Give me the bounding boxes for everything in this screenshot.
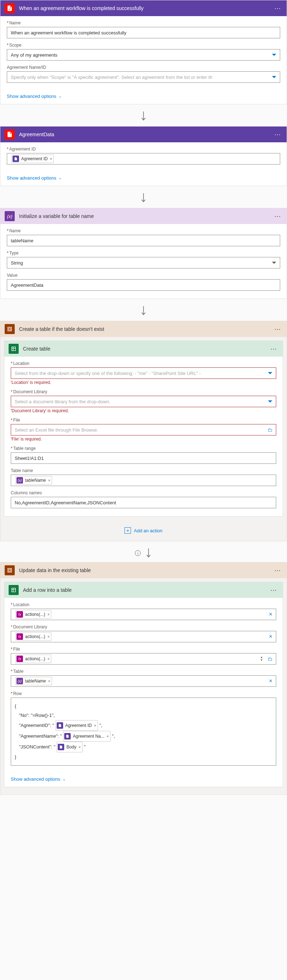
remove-token-icon[interactable]: × bbox=[47, 612, 49, 617]
body-token[interactable]: Body × bbox=[57, 741, 83, 752]
remove-token-icon[interactable]: × bbox=[47, 657, 49, 661]
adobe-token-icon bbox=[64, 733, 71, 740]
remove-token-icon[interactable]: × bbox=[50, 157, 52, 161]
advanced-options-link[interactable]: Show advanced options⌄ bbox=[0, 172, 287, 186]
variable-icon: {x} bbox=[5, 211, 15, 221]
agreement-label: Agreement Name/ID bbox=[7, 65, 280, 70]
initvar-header[interactable]: {x} Initialize a variable for table name… bbox=[0, 208, 287, 224]
row-input[interactable]: { "No": "=Row()-1", "AgreementID": " Agr… bbox=[11, 698, 276, 766]
createscope-body: Create table ··· Location Select from th… bbox=[0, 337, 287, 541]
menu-icon[interactable]: ··· bbox=[273, 326, 282, 333]
file-error: 'File' is required. bbox=[11, 437, 276, 442]
varvalue-input[interactable]: AgreementData bbox=[7, 279, 280, 291]
initvar-card: {x} Initialize a variable for table name… bbox=[0, 208, 287, 299]
createscope-title: Create a table if the table doesn't exis… bbox=[19, 326, 273, 332]
name-input[interactable]: When an agreement workflow is completed … bbox=[7, 27, 280, 38]
columns-input[interactable]: No,AgreementID,AgreementName,JSONContent bbox=[11, 497, 276, 508]
chevron-down-icon: ⌄ bbox=[62, 777, 65, 781]
menu-icon[interactable]: ··· bbox=[273, 213, 282, 220]
tablename-token[interactable]: {x} tableName × bbox=[16, 677, 52, 686]
agreementid-token[interactable]: Agreement ID × bbox=[56, 720, 98, 731]
menu-icon[interactable]: ··· bbox=[273, 567, 282, 574]
doclib-input[interactable]: fx actions(...) × × bbox=[11, 631, 276, 642]
menu-icon[interactable]: ··· bbox=[269, 586, 278, 594]
adobe-token-icon bbox=[13, 156, 19, 162]
createtable-header[interactable]: Create table ··· bbox=[4, 341, 283, 356]
chevron-down-icon: ⌄ bbox=[59, 176, 62, 180]
connector-arrow bbox=[0, 302, 287, 321]
connector-arrow bbox=[0, 107, 287, 126]
svg-rect-6 bbox=[8, 568, 12, 573]
location-label: Location bbox=[11, 361, 276, 366]
remove-token-icon[interactable]: × bbox=[78, 743, 81, 751]
fx-token[interactable]: fx actions(...) × bbox=[16, 654, 51, 663]
addrow-card: Add a row into a table ··· Location fx a… bbox=[4, 582, 283, 787]
row-label: Row bbox=[11, 691, 276, 696]
add-action-icon bbox=[124, 527, 131, 534]
remove-token-icon[interactable]: × bbox=[47, 635, 49, 639]
addrow-title: Add a row into a table bbox=[23, 587, 269, 593]
menu-icon[interactable]: ··· bbox=[273, 5, 282, 12]
createscope-card: Create a table if the table doesn't exis… bbox=[0, 321, 287, 541]
clear-icon[interactable]: × bbox=[269, 633, 272, 640]
tablename-input[interactable]: {x} tableName × bbox=[11, 474, 276, 486]
remove-token-icon[interactable]: × bbox=[94, 722, 96, 729]
agreementdata-card: AgreementData ··· Agreement ID Agreement… bbox=[0, 126, 287, 186]
file-label: File bbox=[11, 418, 276, 423]
createscope-header[interactable]: Create a table if the table doesn't exis… bbox=[0, 321, 287, 337]
agreementname-token[interactable]: Agreement Na... × bbox=[63, 731, 110, 741]
fx-icon: fx bbox=[16, 633, 23, 640]
location-input[interactable]: fx actions(...) × × bbox=[11, 609, 276, 620]
menu-icon[interactable]: ··· bbox=[273, 131, 282, 138]
clear-icon[interactable]: × bbox=[269, 678, 272, 684]
fx-token[interactable]: fx actions(...) × bbox=[16, 610, 51, 619]
updatescope-header[interactable]: Update data in the existing table ··· bbox=[0, 562, 287, 578]
updatescope-card: Update data in the existing table ··· Ad… bbox=[0, 562, 287, 795]
agreementid-token[interactable]: Agreement ID × bbox=[11, 154, 54, 163]
updatescope-body: Add a row into a table ··· Location fx a… bbox=[0, 578, 287, 794]
doclib-select[interactable]: Select a document library from the drop-… bbox=[11, 396, 276, 407]
chevron-down-icon: ⌄ bbox=[59, 94, 62, 99]
location-error: 'Location' is required. bbox=[11, 380, 276, 385]
excel-icon bbox=[9, 344, 19, 354]
folder-browse-icon[interactable]: 🗀 bbox=[268, 427, 272, 433]
agreementid-input[interactable]: Agreement ID × bbox=[7, 153, 280, 164]
varname-input[interactable]: tableName bbox=[7, 235, 280, 246]
scope-select[interactable]: Any of my agreements bbox=[7, 49, 280, 60]
doclib-label: Document Library bbox=[11, 389, 276, 394]
table-input[interactable]: {x} tableName × × bbox=[11, 675, 276, 687]
clear-icon[interactable]: × bbox=[269, 611, 272, 617]
fx-token[interactable]: fx actions(...) × bbox=[16, 632, 51, 641]
advanced-options-link[interactable]: Show advanced options⌄ bbox=[4, 773, 283, 787]
tablename-token[interactable]: {x} tableName × bbox=[16, 476, 52, 485]
name-label: Name bbox=[7, 21, 280, 25]
trigger-header[interactable]: When an agreement workflow is completed … bbox=[0, 0, 287, 16]
trigger-title: When an agreement workflow is completed … bbox=[19, 5, 273, 11]
menu-icon[interactable]: ··· bbox=[269, 345, 278, 353]
variable-token-icon: {x} bbox=[16, 477, 23, 484]
addrow-header[interactable]: Add a row into a table ··· bbox=[4, 582, 283, 598]
range-input[interactable]: Sheet1!A1:D1 bbox=[11, 452, 276, 464]
columns-label: Columns names bbox=[11, 490, 276, 495]
file-input[interactable]: fx actions(...) × ▲▼ 🗀 bbox=[11, 653, 276, 665]
agreementdata-header[interactable]: AgreementData ··· bbox=[0, 127, 287, 142]
svg-rect-7 bbox=[9, 569, 10, 571]
remove-token-icon[interactable]: × bbox=[48, 679, 50, 683]
stepper-icon[interactable]: ▲▼ bbox=[260, 656, 263, 662]
agreement-select[interactable]: Specify only when "Scope" is "A specific… bbox=[7, 71, 280, 83]
vartype-label: Type bbox=[7, 251, 280, 256]
folder-browse-icon[interactable]: 🗀 bbox=[268, 656, 272, 662]
excel-icon bbox=[9, 585, 19, 595]
adobe-token-icon bbox=[57, 722, 63, 729]
createtable-title: Create table bbox=[23, 346, 269, 352]
remove-token-icon[interactable]: × bbox=[48, 478, 50, 482]
info-icon[interactable]: i bbox=[135, 550, 140, 556]
vartype-select[interactable]: String bbox=[7, 257, 280, 269]
fx-icon: fx bbox=[16, 611, 23, 617]
advanced-options-link[interactable]: Show advanced options⌄ bbox=[0, 91, 287, 104]
adobe-icon bbox=[5, 3, 15, 13]
remove-token-icon[interactable]: × bbox=[107, 732, 109, 740]
add-action-button[interactable]: Add an action bbox=[4, 520, 283, 537]
file-input[interactable]: Select an Excel file through File Browse… bbox=[11, 424, 276, 436]
location-select[interactable]: Select from the drop-down or specify one… bbox=[11, 368, 276, 379]
